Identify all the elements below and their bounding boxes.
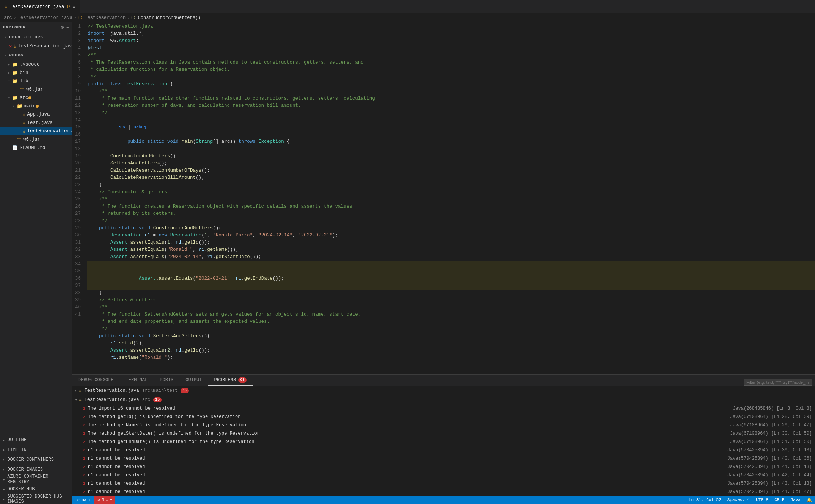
- code-line-40: Assert.assertEquals(2, r1.getId());: [87, 347, 815, 354]
- tab-testreservation[interactable]: ☕ TestReservation.java 9+ ✕: [0, 0, 80, 13]
- problem-item-3[interactable]: ⊘ The method getName() is undefined for …: [72, 421, 815, 429]
- problem-msg-4: The method getStartDate() is undefined f…: [88, 431, 725, 436]
- problem-msg-11: r1 cannot be resolved: [88, 489, 722, 495]
- status-spaces[interactable]: Spaces: 4: [724, 496, 753, 504]
- tab-output[interactable]: OUTPUT: [179, 374, 208, 386]
- code-line-14: */: [87, 110, 815, 117]
- problem-item-2[interactable]: ⊘ The method getId() is undefined for th…: [72, 413, 815, 421]
- sidebar-item-w6jar-lib[interactable]: 🗃 w6.jar: [0, 85, 72, 94]
- code-line-18: CalculateReservationNumberOfDays();: [87, 167, 815, 174]
- sidebar-item-testjava[interactable]: ☕ Test.java: [0, 119, 72, 127]
- sidebar-bottom: ▸ OUTLINE ▸ TIMELINE ▸ DOCKER CONTAINERS…: [0, 435, 72, 504]
- sidebar-item-src[interactable]: ▾ 📁 src: [0, 94, 72, 102]
- sidebar-item-docker-images[interactable]: ▸ DOCKER IMAGES: [0, 465, 72, 474]
- sidebar-item-readme[interactable]: 📄 README.md: [0, 144, 72, 152]
- panel-content: ▸ ☕ TestReservation.java src\main\test 1…: [72, 386, 815, 496]
- open-editors-chevron: ▾: [3, 35, 9, 39]
- code-line-35: * The function SettersAndGetters sets an…: [87, 311, 815, 318]
- week6-section[interactable]: ▾ WEEK6: [0, 50, 72, 60]
- code-line-2: import java.util.*;: [87, 30, 815, 38]
- tab-terminal[interactable]: TERMINAL: [120, 374, 154, 386]
- code-editor[interactable]: 12345 678910 1112131415 1617181920 21222…: [72, 22, 815, 374]
- group2-filename: TestReservation.java: [85, 397, 139, 402]
- code-line-8: * calculation functions for a Reservatio…: [87, 66, 815, 74]
- problem-item-1[interactable]: ⊘ The import w6 cannot be resolved Java(…: [72, 404, 815, 413]
- status-eol[interactable]: CRLF: [771, 496, 787, 504]
- open-editors-section[interactable]: ▾ OPEN EDITORS: [0, 32, 72, 42]
- language-label: Java: [791, 498, 801, 502]
- sidebar-item-outline[interactable]: ▸ OUTLINE: [0, 435, 72, 445]
- sidebar-item-bin[interactable]: ▸ 📁 bin: [0, 69, 72, 77]
- sidebar-item-suggested-docker[interactable]: ▸ SUGGESTED DOCKER HUB IMAGES: [0, 494, 72, 504]
- new-file-icon[interactable]: ⊕: [61, 24, 64, 30]
- panel-tabs: DEBUG CONSOLE TERMINAL PORTS OUTPUT PROB…: [72, 375, 815, 386]
- problem-item-7[interactable]: ⊘ r1 cannot be resolved Java(570425394) …: [72, 454, 815, 463]
- code-line-25: */: [87, 218, 815, 225]
- docker-images-chevron: ▸: [3, 468, 5, 472]
- sidebar-item-docker-hub[interactable]: ▸ DOCKER HUB: [0, 484, 72, 494]
- status-errors[interactable]: ⊘ 9 ⚠ +: [94, 496, 115, 504]
- bin-label: bin: [20, 70, 28, 75]
- status-bell[interactable]: 🔔: [804, 496, 815, 504]
- problem-msg-6: r1 cannot be resolved: [88, 448, 722, 453]
- problem-item-5[interactable]: ⊘ The method getEndDate() is undefined f…: [72, 438, 815, 446]
- breadcrumb-method[interactable]: ⬡ ConstructorAndGetters(): [131, 15, 201, 20]
- code-content[interactable]: // TestReservation.java import java.util…: [85, 22, 815, 374]
- problem-location-5: Java(67108964) [Ln 31, Col 50]: [730, 439, 812, 445]
- lightbulb-icon[interactable]: 💡: [85, 261, 86, 268]
- problem-location-9: Java(570425394) [Ln 42, Col 44]: [727, 473, 812, 478]
- sidebar-item-docker-containers[interactable]: ▸ DOCKER CONTAINERS: [0, 455, 72, 465]
- code-line-20: }: [87, 182, 815, 189]
- sidebar-item-w6jar-src[interactable]: 🗃 w6.jar: [0, 135, 72, 144]
- sidebar-item-appjava[interactable]: ☕ App.java: [0, 110, 72, 119]
- folder-icon-main: 📁: [17, 103, 23, 109]
- problems-group-2-header[interactable]: ▾ ☕ TestReservation.java src 15: [72, 395, 815, 404]
- error-icon-3: ⊘: [83, 423, 85, 428]
- breadcrumb-file[interactable]: TestReservation.java: [18, 15, 72, 20]
- code-line-10: public class TestReservation {: [87, 81, 815, 88]
- sidebar-item-azure-container-registry[interactable]: ▸ AZURE CONTAINER REGISTRY: [0, 474, 72, 484]
- filter-input[interactable]: [744, 379, 812, 386]
- tab-ports[interactable]: PORTS: [154, 374, 179, 386]
- breadcrumb-src[interactable]: src: [4, 15, 12, 20]
- tab-label: TestReservation.java: [9, 4, 64, 9]
- src-chevron: ▾: [6, 96, 12, 100]
- status-language[interactable]: Java: [788, 496, 804, 504]
- problem-item-8[interactable]: ⊘ r1 cannot be resolved Java(570425394) …: [72, 463, 815, 471]
- code-line-23: * The function creates a Reservation obj…: [87, 203, 815, 210]
- tab-problems[interactable]: PROBLEMS 63: [208, 374, 253, 386]
- tab-debug-console[interactable]: DEBUG CONSOLE: [72, 374, 120, 386]
- status-encoding[interactable]: UTF-8: [753, 496, 771, 504]
- close-icon[interactable]: ✕: [73, 5, 75, 9]
- problems-label: PROBLEMS: [214, 377, 236, 383]
- code-line-7: * The TestReservation class in Java cont…: [87, 59, 815, 66]
- sidebar-item-main[interactable]: ▾ 📁 main: [0, 102, 72, 110]
- breadcrumb-class[interactable]: ⬡ TestReservation: [78, 15, 126, 20]
- problem-item-9[interactable]: ⊘ r1 cannot be resolved Java(570425394) …: [72, 471, 815, 479]
- lib-label: lib: [20, 78, 28, 84]
- sidebar-item-lib[interactable]: ▾ 📁 lib: [0, 77, 72, 85]
- w6jar-label: w6.jar: [26, 87, 43, 92]
- problems-group-1-header[interactable]: ▸ ☕ TestReservation.java src\main\test 1…: [72, 386, 815, 395]
- sidebar-item-vscode[interactable]: ▸ 📁 .vscode: [0, 60, 72, 69]
- docker-containers-chevron: ▸: [3, 458, 5, 462]
- bin-chevron: ▸: [6, 71, 12, 75]
- error-icon-10: ⊘: [83, 481, 85, 487]
- sidebar-item-timeline[interactable]: ▸ TIMELINE: [0, 445, 72, 455]
- error-icon-9: ⊘: [83, 473, 85, 478]
- problem-item-6[interactable]: ⊘ r1 cannot be resolved Java(570425394) …: [72, 446, 815, 454]
- problem-item-11[interactable]: ⊘ r1 cannot be resolved Java(570425394) …: [72, 488, 815, 496]
- problem-item-4[interactable]: ⊘ The method getStartDate() is undefined…: [72, 429, 815, 438]
- status-git-branch[interactable]: ⎇ main: [72, 496, 94, 504]
- run-debug-links[interactable]: Run | Debug: [118, 125, 146, 130]
- status-ln-col[interactable]: Ln 31, Col 52: [686, 496, 724, 504]
- explorer-header: EXPLORER ⊕ ⋯: [0, 22, 72, 32]
- more-actions-icon[interactable]: ⋯: [66, 24, 69, 30]
- close-editor-icon[interactable]: ✕: [9, 43, 12, 49]
- encoding-label: UTF-8: [756, 498, 768, 502]
- error-icon-2: ⊘: [83, 414, 85, 420]
- sidebar-item-testreservation[interactable]: ☕ TestReservation.java 9+: [0, 127, 72, 135]
- problem-item-10[interactable]: ⊘ r1 cannot be resolved Java(570425394) …: [72, 479, 815, 488]
- open-editor-item[interactable]: ✕ ☕ TestReservation.java 9+: [0, 42, 72, 50]
- error-icon-7: ⊘: [83, 456, 85, 462]
